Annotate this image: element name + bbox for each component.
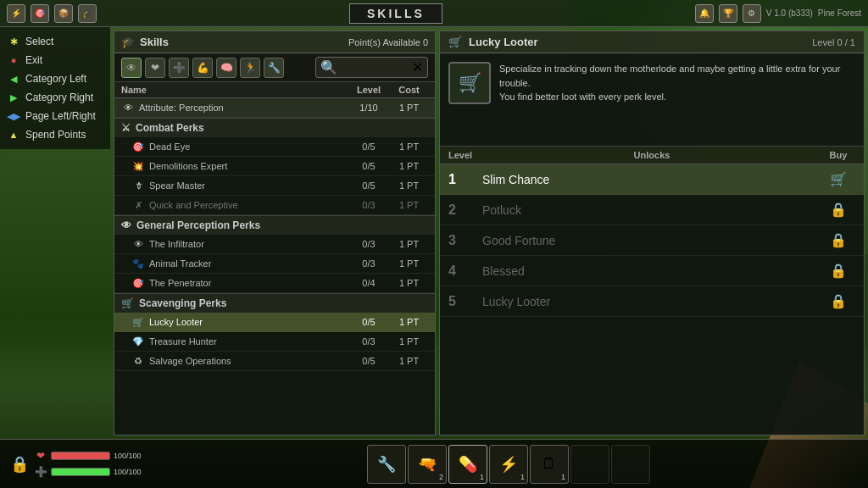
clear-search-icon[interactable]: ✕: [412, 59, 423, 75]
top-bar-right: 🔔 🏆 ⚙ V 1.0 (b333) Pine Forest: [695, 4, 861, 23]
sidebar-item-exit[interactable]: ● Exit: [0, 51, 110, 69]
slot-5-count: 1: [561, 473, 565, 481]
scavenging-icon: 🛒: [121, 297, 134, 309]
hotbar-slot-4[interactable]: ⚡ 1: [489, 445, 528, 484]
hotbar-slot-2[interactable]: 🔫 2: [408, 445, 447, 484]
demolitions-name: Demolitions Expert: [149, 161, 348, 171]
skill-row-spear[interactable]: 🗡 Spear Master 0/5 1 PT: [114, 176, 435, 196]
sidebar-item-cat-right[interactable]: ▶ Category Right: [0, 88, 110, 107]
dead-eye-cost: 1 PT: [390, 141, 428, 152]
top-icon-3[interactable]: 📦: [54, 4, 73, 23]
location-text: Pine Forest: [818, 8, 861, 18]
spear-name: Spear Master: [149, 180, 348, 191]
attribute-perception-row[interactable]: 👁 Attribute: Perception 1/10 1 PT: [114, 98, 435, 118]
cat-icon-health[interactable]: ❤: [145, 58, 165, 78]
infiltrator-name: The Infiltrator: [149, 239, 348, 249]
col-header-name: Name: [121, 85, 348, 95]
treasure-hunter-level: 0/3: [348, 336, 390, 347]
detail-level: Level 0 / 1: [812, 37, 855, 47]
top-icon-2[interactable]: 🎯: [31, 4, 49, 23]
skill-row-animal-tracker[interactable]: 🐾 Animal Tracker 0/3 1 PT: [114, 254, 435, 274]
penetrator-cost: 1 PT: [390, 278, 428, 288]
animal-tracker-cost: 1 PT: [390, 258, 428, 269]
unlock-name-5: Lucky Looter: [482, 295, 821, 308]
hotbar-slot-3[interactable]: 💊 1: [448, 445, 487, 484]
salvage-icon: ♻: [131, 354, 145, 368]
top-icon-4[interactable]: 🎓: [78, 4, 97, 23]
skills-panel: 🎓 Skills Point(s) Available 0 👁 ❤ ➕ 💪 🧠 …: [114, 30, 436, 435]
sidebar-label-select: Select: [25, 36, 53, 47]
detail-icon: 🛒: [448, 36, 462, 48]
spear-level: 0/5: [348, 180, 390, 191]
stamina-bar: ➕ 100/100: [34, 465, 147, 479]
lucky-looter-level: 0/5: [348, 317, 390, 327]
unlock-row-1[interactable]: 1 Slim Chance 🛒: [440, 164, 864, 195]
skill-row-dead-eye[interactable]: 🎯 Dead Eye 0/5 1 PT: [114, 137, 435, 157]
combat-perks-category: ⚔ Combat Perks: [114, 118, 435, 137]
health-bar: ❤ 100/100: [34, 449, 147, 463]
unlock-table-header: Level Unlocks Buy: [440, 147, 864, 164]
detail-large-icon: 🛒: [448, 62, 491, 104]
health-icon: ❤: [34, 449, 47, 463]
detail-description: Specialize in tracking down the motherlo…: [499, 62, 855, 137]
sidebar-item-spend[interactable]: ▲ Spend Points: [0, 125, 110, 144]
select-icon: ✱: [7, 35, 20, 48]
treasure-hunter-icon: 💎: [131, 335, 145, 348]
hotbar-status: ❤ 100/100 ➕ 100/100: [34, 449, 147, 479]
slot-3-icon: 💊: [459, 455, 477, 474]
unlock-col-buy-header: Buy: [821, 150, 855, 160]
sidebar-item-page[interactable]: ◀▶ Page Left/Right: [0, 107, 110, 125]
skill-row-salvage[interactable]: ♻ Salvage Operations 0/5 1 PT: [114, 352, 435, 371]
unlock-name-3: Good Fortune: [482, 234, 821, 247]
cat-icon-strength[interactable]: 💪: [192, 58, 213, 78]
sidebar-label-exit: Exit: [25, 54, 42, 66]
lock-icon: 🔒: [7, 452, 32, 477]
unlock-col-name-header: Unlocks: [482, 150, 821, 160]
skill-row-infiltrator[interactable]: 👁 The Infiltrator 0/3 1 PT: [114, 235, 435, 254]
dead-eye-icon: 🎯: [131, 140, 145, 153]
slot-5-icon: 🗒: [542, 455, 557, 473]
cat-left-icon: ◀: [7, 72, 20, 86]
exit-icon: ●: [7, 53, 20, 67]
hotbar-slot-6[interactable]: [570, 445, 609, 484]
sidebar-item-cat-left[interactable]: ◀ Category Left: [0, 69, 110, 88]
skill-row-penetrator[interactable]: 🎯 The Penetrator 0/4 1 PT: [114, 274, 435, 293]
top-icon-1[interactable]: ⚡: [7, 4, 25, 23]
top-icon-7[interactable]: ⚙: [743, 4, 761, 23]
sidebar-label-cat-right: Category Right: [25, 92, 93, 103]
unlock-col-level-header: Level: [448, 150, 482, 160]
sidebar-item-select[interactable]: ✱ Select: [0, 32, 110, 51]
hotbar-slot-7[interactable]: [611, 445, 650, 484]
skill-row-lucky-looter[interactable]: 🛒 Lucky Looter 0/5 1 PT: [114, 313, 435, 332]
dead-eye-level: 0/5: [348, 141, 390, 152]
stamina-bar-fill: [52, 469, 109, 475]
top-icon-6[interactable]: 🏆: [719, 4, 737, 23]
cat-icon-eye[interactable]: 👁: [121, 58, 142, 78]
scavenging-category-label: Scavenging Perks: [139, 297, 226, 309]
unlock-name-4: Blessed: [482, 264, 821, 278]
unlock-name-2: Potluck: [482, 203, 821, 217]
col-header-cost: Cost: [390, 85, 428, 95]
search-input[interactable]: [341, 63, 409, 73]
slot-4-icon: ⚡: [499, 455, 518, 474]
scavenging-category: 🛒 Scavenging Perks: [114, 293, 435, 313]
cat-icon-intel[interactable]: 🧠: [216, 58, 236, 78]
salvage-cost: 1 PT: [390, 356, 428, 366]
skill-row-demolitions[interactable]: 💥 Demolitions Expert 0/5 1 PT: [114, 157, 435, 176]
penetrator-name: The Penetrator: [149, 278, 348, 288]
infiltrator-level: 0/3: [348, 239, 390, 249]
hotbar-slots: 🔧 🔫 2 💊 1 ⚡ 1 🗒 1: [156, 445, 861, 484]
cat-icon-plus[interactable]: ➕: [169, 58, 189, 78]
unlock-buy-1[interactable]: 🛒: [821, 171, 855, 187]
hotbar-slot-5[interactable]: 🗒 1: [530, 445, 569, 484]
detail-header: 🛒 Lucky Looter Level 0 / 1: [440, 31, 864, 53]
lucky-looter-cost: 1 PT: [390, 317, 428, 327]
cat-icon-tools[interactable]: 🔧: [264, 58, 284, 78]
cat-icon-agility[interactable]: 🏃: [240, 58, 260, 78]
hotbar-slot-1[interactable]: 🔧: [367, 445, 406, 484]
skills-panel-icon: 🎓: [121, 36, 135, 48]
top-icon-5[interactable]: 🔔: [695, 4, 714, 23]
skills-title: SKILLS: [349, 3, 442, 24]
skill-row-treasure-hunter[interactable]: 💎 Treasure Hunter 0/3 1 PT: [114, 332, 435, 352]
skill-row-quick[interactable]: ✗ Quick and Perceptive 0/3 1 PT: [114, 196, 435, 215]
